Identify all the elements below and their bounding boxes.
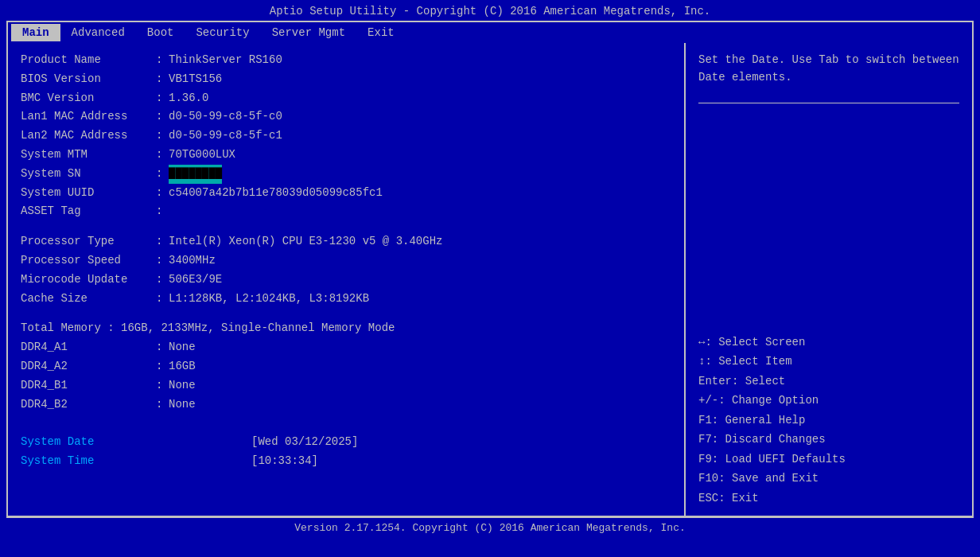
shortcuts-section: ↔: Select Screen↕: Select ItemEnter: Sel… [698, 333, 959, 508]
info-row: Microcode Update : 506E3/9E [21, 271, 671, 290]
info-row: BMC Version : 1.36.0 [21, 89, 671, 108]
memory-summary: Total Memory : 16GB, 2133MHz, Single-Cha… [21, 319, 671, 338]
shortcut-item: F7: Discard Changes [698, 430, 959, 450]
shortcut-item: F9: Load UEFI Defaults [698, 450, 959, 469]
info-row: Lan2 MAC Address : d0-50-99-c8-5f-c1 [21, 127, 671, 146]
info-row: ASSET Tag : [21, 202, 671, 221]
shortcut-item: ↕: Select Item [698, 352, 959, 372]
shortcut-item: +/-: Change Option [698, 391, 959, 411]
shortcut-item: F1: General Help [698, 411, 959, 430]
date-time-section: System Date[Wed 03/12/2025]System Time[1… [21, 433, 671, 471]
title-bar: Aptio Setup Utility - Copyright (C) 2016… [0, 0, 980, 21]
menu-item-exit[interactable]: Exit [356, 24, 406, 41]
shortcut-item: Enter: Select [698, 372, 959, 391]
info-row: Product Name : ThinkServer RS160 [21, 51, 671, 70]
info-row: Lan1 MAC Address : d0-50-99-c8-5f-c0 [21, 107, 671, 127]
menu-item-server-mgmt[interactable]: Server Mgmt [261, 24, 356, 41]
info-row: Processor Type : Intel(R) Xeon(R) CPU E3… [21, 232, 671, 251]
menu-bar: MainAdvancedBootSecurityServer MgmtExit [6, 21, 974, 43]
memory-slots-section: DDR4_A1 : NoneDDR4_A2 : 16GBDDR4_B1 : No… [21, 338, 671, 414]
menu-item-security[interactable]: Security [185, 24, 260, 41]
system-time-row: System Time[10:33:34] [21, 452, 671, 471]
footer-bar: Version 2.17.1254. Copyright (C) 2016 Am… [6, 517, 974, 538]
left-panel: Product Name : ThinkServer RS160BIOS Ver… [8, 43, 686, 516]
main-container: Product Name : ThinkServer RS160BIOS Ver… [6, 43, 974, 517]
shortcut-item: F10: Save and Exit [698, 469, 959, 489]
info-row: System MTM : 70TG000LUX [21, 146, 671, 165]
info-row: DDR4_A1 : None [21, 338, 671, 357]
help-text: Set the Date. Use Tab to switch between … [698, 51, 959, 87]
info-row: BIOS Version : VB1TS156 [21, 70, 671, 89]
info-row: System SN : ████████ [21, 165, 671, 184]
info-row: DDR4_A2 : 16GB [21, 357, 671, 376]
menu-item-advanced[interactable]: Advanced [60, 24, 136, 41]
info-row: System UUID : c54007a42b7b11e78039d05099… [21, 184, 671, 203]
info-row: Processor Speed : 3400MHz [21, 251, 671, 271]
menu-item-main[interactable]: Main [11, 24, 60, 41]
menu-item-boot[interactable]: Boot [136, 24, 185, 41]
shortcut-item: ESC: Exit [698, 489, 959, 508]
system-date-row: System Date[Wed 03/12/2025] [21, 433, 671, 452]
system-info-section: Product Name : ThinkServer RS160BIOS Ver… [21, 51, 671, 221]
info-row: Cache Size : L1:128KB, L2:1024KB, L3:819… [21, 290, 671, 309]
info-row: DDR4_B2 : None [21, 395, 671, 415]
right-panel: Set the Date. Use Tab to switch between … [686, 43, 972, 516]
divider [698, 103, 959, 103]
shortcut-item: ↔: Select Screen [698, 333, 959, 353]
processor-info-section: Processor Type : Intel(R) Xeon(R) CPU E3… [21, 232, 671, 308]
info-row: DDR4_B1 : None [21, 376, 671, 395]
